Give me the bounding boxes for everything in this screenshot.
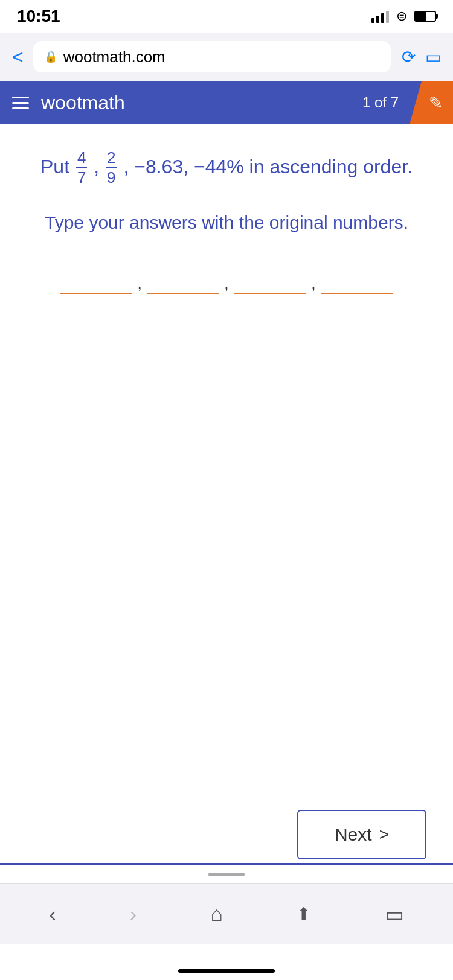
content-area: Put 4 7 , 2 9 , −8.63, −44% in ascending… (0, 124, 453, 313)
fraction-1-denominator: 7 (76, 168, 87, 187)
app-header: wootmath 1 of 7 ✎ (0, 81, 453, 124)
status-bar: 10:51 ⊜ (0, 0, 453, 33)
answer-blank-1[interactable] (60, 272, 132, 294)
bottom-nav: ‹ › ⌂ ⬆ ▭ (0, 883, 453, 944)
wifi-icon: ⊜ (396, 8, 407, 24)
edit-button[interactable]: ✎ (410, 81, 453, 124)
fraction-1: 4 7 (76, 148, 87, 187)
answer-blank-3[interactable] (234, 272, 306, 294)
edit-icon: ✎ (429, 93, 443, 113)
instruction-text: Type your answers with the original numb… (22, 209, 431, 236)
separator-1: , (137, 274, 142, 293)
fraction-1-numerator: 4 (76, 148, 87, 168)
separator-2: , (224, 274, 229, 293)
lock-icon: 🔒 (44, 50, 57, 63)
answer-row: , , , (22, 272, 431, 294)
next-chevron-icon: > (379, 825, 389, 844)
content-border (0, 863, 453, 865)
app-title: wootmath (41, 92, 125, 114)
comma-1: , (94, 156, 104, 177)
status-icons: ⊜ (371, 8, 436, 24)
reload-icon[interactable]: ⟳ (402, 47, 416, 67)
nav-home-button[interactable]: ⌂ (211, 902, 223, 926)
home-indicator (178, 969, 275, 973)
question-suffix: , −8.63, −44% in ascending order. (123, 156, 413, 177)
separator-3: , (311, 274, 316, 293)
answer-blank-2[interactable] (147, 272, 219, 294)
battery-icon (414, 11, 436, 22)
nav-forward-button[interactable]: › (130, 902, 137, 926)
fraction-2-numerator: 2 (106, 148, 117, 168)
browser-bar: < 🔒 wootmath.com ⟳ ▭ (0, 33, 453, 81)
status-time: 10:51 (17, 7, 60, 26)
progress-text: 1 of 7 (362, 94, 399, 111)
next-button-container: Next > (297, 810, 426, 859)
nav-tabs-button[interactable]: ▭ (385, 902, 404, 926)
signal-icon (371, 10, 389, 23)
nav-back-button[interactable]: ‹ (49, 902, 56, 926)
answer-blank-4[interactable] (321, 272, 393, 294)
url-text: wootmath.com (63, 48, 165, 66)
question-prefix: Put (40, 156, 75, 177)
hamburger-menu[interactable] (12, 97, 29, 109)
url-bar[interactable]: 🔒 wootmath.com (33, 41, 391, 72)
next-button[interactable]: Next > (297, 810, 426, 859)
page-pill (208, 873, 245, 876)
fraction-2-denominator: 9 (106, 168, 117, 187)
bookmark-icon[interactable]: ▭ (425, 47, 441, 67)
question-text: Put 4 7 , 2 9 , −8.63, −44% in ascending… (22, 148, 431, 187)
fraction-2: 2 9 (106, 148, 117, 187)
next-label: Next (335, 824, 372, 845)
browser-back-button[interactable]: < (12, 46, 24, 68)
nav-share-button[interactable]: ⬆ (297, 904, 310, 924)
